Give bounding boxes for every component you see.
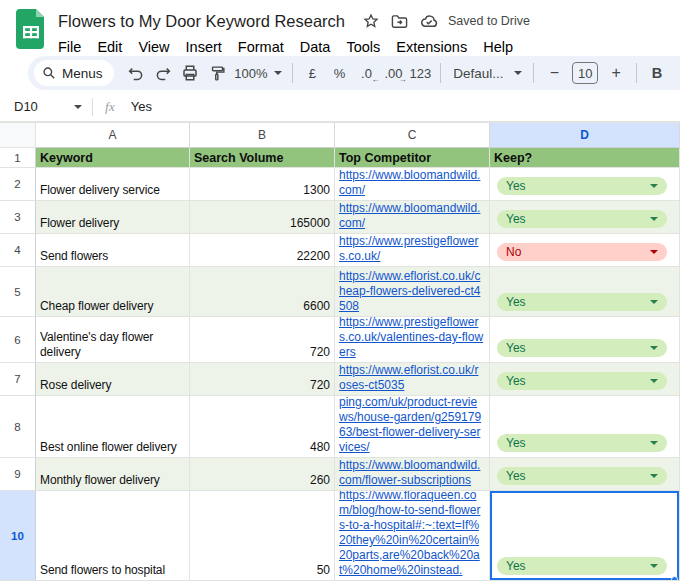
menu-view[interactable]: View — [130, 37, 177, 57]
increase-font-size-button[interactable]: + — [603, 60, 629, 86]
cell-search-volume[interactable]: 22200 — [190, 234, 335, 267]
cell-search-volume[interactable]: 50 — [190, 491, 335, 581]
undo-button[interactable] — [123, 60, 149, 86]
sheets-logo-icon[interactable] — [16, 9, 46, 49]
cell-keyword[interactable]: Flower delivery — [36, 201, 190, 234]
row-header-7[interactable]: 7 — [0, 363, 36, 396]
cell-top-competitor[interactable]: https://www.bloomandwild.com/flower-subs… — [335, 458, 490, 491]
row-header-6[interactable]: 6 — [0, 317, 36, 363]
cell-search-volume[interactable]: 720 — [190, 317, 335, 363]
cell-keyword[interactable]: Monthly flower delivery — [36, 458, 190, 491]
cell-search-volume[interactable]: 165000 — [190, 201, 335, 234]
cell-top-competitor[interactable]: https://www.prestigeflowers.co.uk/valent… — [335, 317, 490, 363]
zoom-select[interactable]: 100% — [231, 60, 284, 86]
fill-handle[interactable] — [671, 576, 678, 581]
keep-dropdown[interactable]: Yes — [497, 557, 667, 575]
redo-button[interactable] — [150, 60, 176, 86]
menu-edit[interactable]: Edit — [89, 37, 130, 57]
cell-keep[interactable]: Yes — [490, 458, 680, 491]
cell-b1[interactable]: Search Volume — [190, 148, 335, 168]
cell-search-volume[interactable]: 260 — [190, 458, 335, 491]
cell-keep[interactable]: Yes — [490, 168, 680, 201]
percent-format-button[interactable]: % — [326, 60, 352, 86]
font-select[interactable]: Defaul... — [448, 60, 526, 86]
menu-extensions[interactable]: Extensions — [388, 37, 475, 57]
selected-cell-d10[interactable]: Yes — [490, 491, 680, 581]
competitor-link[interactable]: https://www.goodhousekeeping.com/uk/prod… — [339, 396, 485, 455]
cell-c1[interactable]: Top Competitor — [335, 148, 490, 168]
competitor-link[interactable]: https://www.floraqueen.com/blog/how-to-s… — [339, 491, 485, 578]
menu-file[interactable]: File — [50, 37, 89, 57]
move-folder-icon[interactable] — [391, 14, 408, 29]
cell-top-competitor[interactable]: https://www.bloomandwild.com/ — [335, 201, 490, 234]
keep-dropdown[interactable]: Yes — [497, 467, 667, 485]
decrease-font-size-button[interactable]: − — [541, 60, 567, 86]
menu-data[interactable]: Data — [292, 37, 339, 57]
select-all-corner[interactable] — [0, 122, 36, 148]
column-header-b[interactable]: B — [190, 122, 335, 148]
column-header-a[interactable]: A — [36, 122, 190, 148]
cell-keyword[interactable]: Valentine's day flower delivery — [36, 317, 190, 363]
cell-top-competitor[interactable]: https://www.bloomandwild.com/ — [335, 168, 490, 201]
increase-decimal-button[interactable]: .00→ — [380, 60, 406, 86]
cell-top-competitor[interactable]: https://www.floraqueen.com/blog/how-to-s… — [335, 491, 490, 581]
cell-a1[interactable]: Keyword — [36, 148, 190, 168]
row-header-2[interactable]: 2 — [0, 168, 36, 201]
cell-keyword[interactable]: Cheap flower delivery — [36, 267, 190, 317]
competitor-link[interactable]: https://www.bloomandwild.com/flower-subs… — [339, 458, 485, 488]
name-box[interactable]: D10 — [0, 99, 92, 114]
cell-search-volume[interactable]: 720 — [190, 363, 335, 396]
cell-keyword[interactable]: Rose delivery — [36, 363, 190, 396]
font-size-input[interactable]: 10 — [572, 62, 598, 84]
menu-insert[interactable]: Insert — [178, 37, 230, 57]
row-header-8[interactable]: 8 — [0, 396, 36, 458]
bold-button[interactable]: B — [644, 60, 670, 86]
keep-dropdown[interactable]: Yes — [497, 293, 667, 311]
cell-keep[interactable]: Yes — [490, 363, 680, 396]
menu-format[interactable]: Format — [230, 37, 292, 57]
keep-dropdown[interactable]: Yes — [497, 372, 667, 390]
cell-search-volume[interactable]: 1300 — [190, 168, 335, 201]
row-header-3[interactable]: 3 — [0, 201, 36, 234]
cell-keep[interactable]: No — [490, 234, 680, 267]
cell-keyword[interactable]: Best online flower delivery — [36, 396, 190, 458]
menu-help[interactable]: Help — [475, 37, 521, 57]
cell-d1[interactable]: Keep? — [490, 148, 680, 168]
formula-input[interactable]: Yes — [131, 99, 152, 114]
cell-keep[interactable]: Yes — [490, 267, 680, 317]
keep-dropdown[interactable]: Yes — [497, 210, 667, 228]
competitor-link[interactable]: https://www.bloomandwild.com/ — [339, 168, 485, 198]
cell-top-competitor[interactable]: https://www.goodhousekeeping.com/uk/prod… — [335, 396, 490, 458]
keep-dropdown[interactable]: Yes — [497, 339, 667, 357]
document-title[interactable]: Flowers to My Door Keyword Research — [58, 12, 345, 31]
cell-keep[interactable]: Yes — [490, 396, 680, 458]
cell-keep[interactable]: Yes — [490, 317, 680, 363]
keep-dropdown[interactable]: Yes — [497, 177, 667, 195]
competitor-link[interactable]: https://www.eflorist.co.uk/roses-ct5035 — [339, 363, 485, 393]
row-header-4[interactable]: 4 — [0, 234, 36, 267]
star-icon[interactable] — [363, 13, 379, 29]
paint-format-icon[interactable] — [204, 60, 230, 86]
cell-top-competitor[interactable]: https://www.eflorist.co.uk/cheap-flowers… — [335, 267, 490, 317]
currency-format-button[interactable]: £ — [299, 60, 325, 86]
cell-top-competitor[interactable]: https://www.eflorist.co.uk/roses-ct5035 — [335, 363, 490, 396]
cell-keyword[interactable]: Flower delivery service — [36, 168, 190, 201]
keep-dropdown[interactable]: Yes — [497, 434, 667, 452]
decrease-decimal-button[interactable]: .0← — [353, 60, 379, 86]
cell-keyword[interactable]: Send flowers to hospital — [36, 491, 190, 581]
row-header-5[interactable]: 5 — [0, 267, 36, 317]
menus-search-button[interactable]: Menus — [34, 60, 114, 86]
number-format-button[interactable]: 123 — [407, 60, 433, 86]
print-icon[interactable] — [177, 60, 203, 86]
competitor-link[interactable]: https://www.eflorist.co.uk/cheap-flowers… — [339, 269, 485, 314]
cell-keyword[interactable]: Send flowers — [36, 234, 190, 267]
cell-top-competitor[interactable]: https://www.prestigeflowers.co.uk/ — [335, 234, 490, 267]
cell-keep[interactable]: Yes — [490, 201, 680, 234]
column-header-d[interactable]: D — [490, 122, 680, 148]
column-header-c[interactable]: C — [335, 122, 490, 148]
competitor-link[interactable]: https://www.prestigeflowers.co.uk/valent… — [339, 317, 485, 360]
competitor-link[interactable]: https://www.prestigeflowers.co.uk/ — [339, 234, 485, 264]
row-header-10[interactable]: 10 — [0, 491, 36, 581]
cell-search-volume[interactable]: 6600 — [190, 267, 335, 317]
cell-search-volume[interactable]: 480 — [190, 396, 335, 458]
